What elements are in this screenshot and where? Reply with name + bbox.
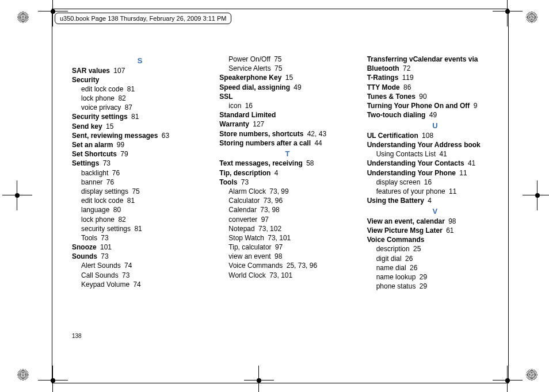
entry-text: Call Sounds [81,271,119,279]
index-entry: Settings 73 [72,159,208,168]
page-border-right [508,9,509,383]
index-entry: Store numbers, shortcuts 42, 43 [219,129,355,139]
index-subentry: banner 76 [72,178,208,187]
entry-text: TTY Mode [367,83,400,91]
entry-text: World Clock [228,271,265,279]
entry-pages: 101 [98,243,112,251]
index-entry: Tools 73 [219,178,355,187]
entry-pages: 42, 43 [305,130,326,138]
entry-pages: 73, 98 [258,206,280,214]
entry-text: digit dial [376,255,402,263]
entry-text: Using Contacts List [376,150,436,158]
index-entry: Understanding Your Contacts 41 [367,159,503,168]
index-entry: Sounds 73 [72,252,208,261]
index-subentry: lock phone 82 [72,94,208,103]
entry-pages: 11 [458,169,467,177]
entry-text: Text messages, receiving [219,159,303,167]
entry-text: Voice Commands [228,262,283,270]
entry-pages: 26 [403,255,413,263]
entry-pages: 15 [104,122,114,130]
entry-pages: 73 [99,252,109,260]
entry-pages: 86 [402,83,411,91]
register-mark-icon [41,369,64,392]
entry-text: T-Ratings [367,74,399,82]
entry-pages: 81 [129,113,139,121]
index-entry: Turning Your Phone On and Off 9 [367,101,503,110]
entry-pages: 75 [272,55,282,63]
entry-text: display screen [376,178,421,186]
index-entry: View Picture Msg Later 61 [367,226,503,235]
index-entry: Snooze 101 [72,243,208,252]
entry-pages: 79 [119,150,128,158]
index-entry: SAR values 107 [72,66,208,75]
entry-text: Turning Your Phone On and Off [367,102,470,110]
entry-pages: 49 [292,83,302,91]
entry-pages: 44 [312,139,322,147]
entry-pages: 73, 96 [261,197,283,205]
entry-pages: 25, 73, 96 [284,262,317,270]
index-entry: Text messages, receiving 58 [219,159,355,168]
index-subentry: Power On/Off 75 [219,55,355,64]
register-mark-icon [496,0,519,23]
entry-pages: 49 [427,111,437,119]
entry-pages: 41 [437,150,447,158]
entry-pages: 80 [111,206,121,214]
entry-text: Keypad Volume [81,280,129,289]
entry-text: SAR values [72,67,110,75]
entry-text: Calculator [228,197,260,205]
index-entry: Standard Limited [219,110,355,120]
index-entry: Warranty 127 [219,120,355,129]
index-subentry: Stop Watch 73, 101 [219,233,355,243]
entry-pages: 82 [116,216,126,224]
index-subentry: name lookup 29 [367,272,503,282]
entry-pages: 97 [259,216,269,224]
entry-text: display settings [81,187,128,195]
index-entry: UL Certification 108 [367,131,503,140]
entry-text: features of your phone [376,187,445,195]
index-subentry: Calendar 73, 98 [219,205,355,214]
entry-pages: 97 [273,243,283,251]
index-subentry: features of your phone 11 [367,187,503,196]
entry-pages: 98 [273,252,283,260]
index-subentry: Keypad Volume 74 [72,280,208,289]
entry-pages: 76 [110,169,120,177]
page-border-bottom [52,383,509,383]
entry-pages: 16 [422,178,432,186]
entry-text: Alert Sounds [81,262,121,270]
register-mark-icon [247,369,270,392]
index-subentry: Alarm Clock 73, 99 [219,187,355,196]
entry-text: View Picture Msg Later [367,226,443,235]
index-entry: Understanding Your Phone 11 [367,168,503,178]
entry-pages: 119 [400,74,413,82]
entry-pages: 127 [251,120,264,128]
entry-text: Send key [72,122,102,130]
entry-pages: 29 [417,282,427,290]
entry-pages: 63 [159,132,169,140]
index-subentry: Notepad 73, 102 [219,224,355,233]
header-text: u350.book Page 138 Thursday, February 26… [60,15,226,22]
entry-text: name lookup [376,273,416,281]
index-content: SSAR values 107Securityedit lock code 81… [72,55,503,335]
entry-text: voice privacy [81,103,121,112]
entry-text: Using the Battery [367,197,424,205]
register-mark-icon [496,369,519,392]
entry-text: Store numbers, shortcuts [219,130,303,138]
entry-pages: 9 [471,102,477,110]
entry-text: view an event [228,252,270,260]
crop-mark-icon [520,6,543,29]
index-subentry: edit lock code 81 [72,196,208,205]
index-subentry: phone status 29 [367,282,503,291]
entry-pages: 25 [411,245,421,253]
index-subentry: Voice Commands 25, 73, 96 [219,261,355,270]
entry-text: Understanding Your Contacts [367,159,464,167]
index-subentry: name dial 26 [367,263,503,272]
entry-text: UL Certification [367,132,418,140]
entry-text: Security [72,76,99,84]
entry-pages: 58 [304,159,314,167]
entry-text: Settings [72,159,99,167]
index-entry: Storing numbers after a call 44 [219,139,355,148]
entry-text: backlight [81,169,108,177]
entry-pages: 75 [130,187,140,195]
entry-pages: 4 [272,169,278,177]
entry-text: Notepad [228,225,254,233]
